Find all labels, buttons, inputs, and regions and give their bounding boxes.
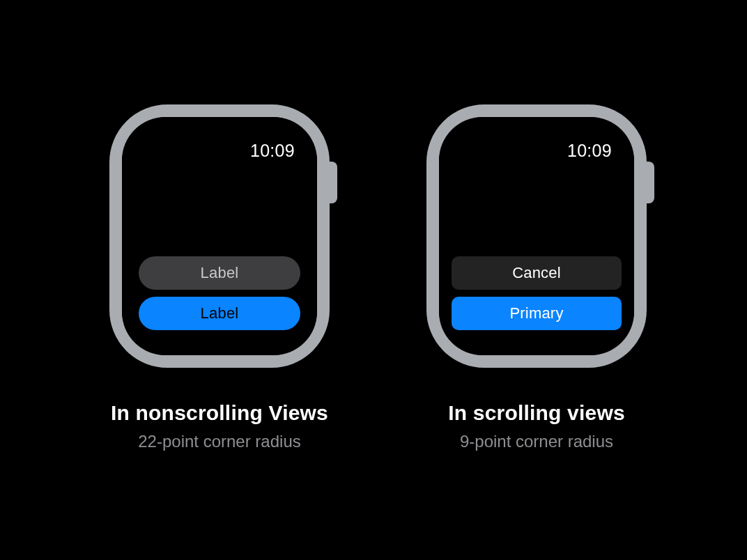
- canvas: 10:09 Label Label In nonscrolling Views …: [0, 0, 747, 560]
- caption-right: In scrolling views 9-point corner radius: [397, 401, 676, 451]
- primary-button[interactable]: Primary: [452, 297, 622, 330]
- caption-title: In nonscrolling Views: [80, 401, 359, 425]
- secondary-button[interactable]: Label: [139, 256, 300, 290]
- caption-sub: 22-point corner radius: [80, 432, 359, 451]
- button-stack-nonscrolling: Label Label: [139, 256, 300, 330]
- caption-left: In nonscrolling Views 22-point corner ra…: [80, 401, 359, 451]
- watch-screen-right: 10:09 Cancel Primary: [439, 117, 634, 355]
- status-time: 10:09: [250, 141, 295, 161]
- watch-screen-left: 10:09 Label Label: [122, 117, 317, 355]
- cancel-button[interactable]: Cancel: [452, 256, 622, 290]
- panel-scrolling: 10:09 Cancel Primary In scrolling views …: [397, 104, 676, 451]
- primary-button[interactable]: Label: [139, 297, 300, 330]
- caption-title: In scrolling views: [397, 401, 676, 425]
- panel-nonscrolling: 10:09 Label Label In nonscrolling Views …: [80, 104, 359, 451]
- watch-frame-left: 10:09 Label Label: [109, 104, 330, 368]
- status-time: 10:09: [567, 141, 612, 161]
- caption-sub: 9-point corner radius: [397, 432, 676, 451]
- watch-frame-right: 10:09 Cancel Primary: [426, 104, 647, 368]
- button-stack-scrolling: Cancel Primary: [452, 256, 622, 330]
